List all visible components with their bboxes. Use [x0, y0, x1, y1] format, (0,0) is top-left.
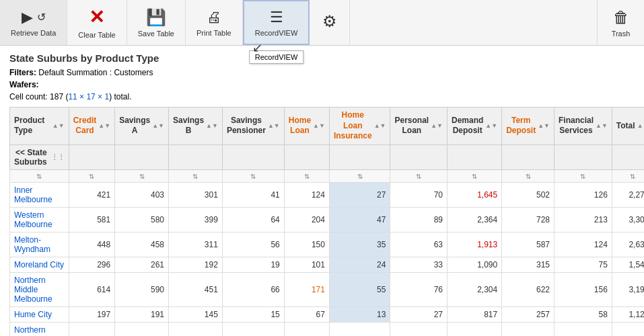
sort-arrow-4[interactable]: ⇅ [250, 173, 256, 180]
col-personal-loan[interactable]: Personal Loan ▲▼ [390, 108, 448, 145]
col-savings-b-label: Savings B [173, 116, 204, 136]
sort-personal-loan-icon[interactable]: ▲▼ [431, 122, 443, 130]
col-savings-pensioner-label: Savings Pensioner [227, 116, 266, 136]
filters-separator: : [110, 68, 112, 77]
data-cell: 70 [390, 182, 448, 207]
data-cell: 1,090 [447, 257, 501, 272]
row-name-link[interactable]: Western Melbourne [14, 210, 52, 229]
data-cell: 315 [502, 257, 554, 272]
sort-arrow-10[interactable]: ⇅ [580, 173, 585, 180]
data-cell: 451 [169, 272, 223, 306]
data-cell: 2,304 [447, 272, 501, 306]
col-savings-a[interactable]: Savings A ▲▼ [115, 108, 169, 145]
save-table-button[interactable]: 💾 Save Table [127, 0, 186, 45]
data-cell: 1,645 [447, 182, 501, 207]
clear-icon: ✕ [89, 6, 104, 28]
row-name-link[interactable]: Moreland City [14, 260, 64, 269]
sort-arrow-3[interactable]: ⇅ [192, 173, 198, 180]
filters-right: Customers [114, 68, 153, 77]
sort-arrow-8[interactable]: ⇅ [472, 173, 477, 180]
data-cell: 126 [554, 182, 612, 207]
data-cell: 47 [329, 207, 390, 232]
data-cell: 2,364 [447, 207, 501, 232]
gear-icon: ⚙ [322, 12, 337, 31]
col-term-deposit[interactable]: Term Deposit ▲▼ [502, 108, 554, 145]
sort-savings-b-icon[interactable]: ▲▼ [206, 122, 218, 130]
save-table-label: Save Table [138, 30, 174, 38]
data-cell: 1,913 [447, 232, 501, 257]
col-product-type[interactable]: Product Type ▲▼ [10, 108, 69, 145]
data-cell: 145 [169, 306, 223, 322]
col-demand-deposit-label: Demand Deposit [452, 116, 483, 136]
col-financial-services[interactable]: Financial Services ▲▼ [554, 108, 612, 145]
col-credit-card-label: Credit Card [73, 116, 97, 136]
refresh-icon: ↺ [37, 11, 46, 24]
data-cell: 301 [169, 182, 223, 207]
sort-demand-deposit-icon[interactable]: ▲▼ [485, 122, 497, 130]
trash-button[interactable]: 🗑 Trash [597, 0, 644, 45]
sort-home-loan-insurance-icon[interactable]: ▲▼ [374, 122, 386, 130]
table-row: Melton-Wyndham4484583115615035631,913587… [10, 232, 645, 257]
data-cell: 58 [554, 306, 612, 322]
col-demand-deposit[interactable]: Demand Deposit ▲▼ [447, 108, 501, 145]
sort-total-icon[interactable]: ▲▼ [637, 122, 644, 130]
settings-button[interactable]: ⚙ [310, 0, 350, 45]
data-cell: 1,546 [612, 257, 644, 272]
sort-savings-pensioner-icon[interactable]: ▲▼ [268, 122, 280, 130]
row-name-link[interactable]: Hume City [14, 310, 52, 319]
col-home-loan[interactable]: Home Loan ▲▼ [284, 108, 329, 145]
col-home-loan-insurance[interactable]: Home Loan Insurance ▲▼ [329, 108, 390, 145]
col-personal-loan-label: Personal Loan [394, 116, 429, 136]
sort-arrow-1[interactable]: ⇅ [89, 173, 94, 180]
sort-arrow-5[interactable]: ⇅ [304, 173, 310, 180]
data-cell: 603 [115, 322, 169, 336]
sort-arrow-2[interactable]: ⇅ [139, 173, 145, 180]
sort-term-deposit-icon[interactable]: ▲▼ [538, 122, 550, 130]
sort-financial-services-icon[interactable]: ▲▼ [596, 122, 608, 130]
data-cell: 624 [502, 322, 554, 336]
row-name-link[interactable]: Melton-Wyndham [14, 235, 50, 254]
clear-table-button[interactable]: ✕ Clear Table [67, 0, 127, 45]
subheader-label: << State Suburbs [14, 148, 47, 167]
subheader-row: << State Suburbs ⋮⋮ [10, 144, 645, 169]
row-name-link[interactable]: Northern Outer Melbourne [14, 325, 52, 336]
row-name-link[interactable]: Inner Melbourne [14, 185, 52, 204]
sort-arrow-0[interactable]: ⇅ [36, 173, 42, 180]
sort-credit-card-icon[interactable]: ▲▼ [98, 122, 110, 130]
trash-icon: 🗑 [613, 8, 629, 27]
sort-home-loan-icon[interactable]: ▲▼ [313, 122, 325, 130]
sort-arrow-9[interactable]: ⇅ [526, 173, 531, 180]
col-home-loan-label: Home Loan [289, 116, 311, 136]
print-icon: 🖨 [207, 9, 221, 26]
data-cell: 156 [554, 272, 612, 306]
data-cell: 15 [222, 306, 284, 322]
cell-count-link[interactable]: 11 × 17 × 1 [68, 92, 109, 101]
col-total[interactable]: Total ▲▼ [612, 108, 644, 145]
col-financial-services-label: Financial Services [559, 116, 594, 136]
col-savings-pensioner[interactable]: Savings Pensioner ▲▼ [222, 108, 284, 145]
col-savings-b[interactable]: Savings B ▲▼ [169, 108, 223, 145]
page-title: State Suburbs by Product Type [9, 52, 635, 64]
data-cell: 2,639 [612, 232, 644, 257]
print-table-button[interactable]: 🖨 Print Table [186, 0, 243, 45]
data-cell: 19 [222, 257, 284, 272]
row-name-cell: Hume City [10, 306, 69, 322]
sort-product-type-icon[interactable]: ▲▼ [52, 122, 65, 130]
sort-arrow-6[interactable]: ⇅ [357, 173, 363, 180]
subheader-sort-icon[interactable]: ⋮⋮ [51, 153, 65, 161]
record-view-button[interactable]: ☰ RecordVIEW RecordVIEW [243, 0, 310, 45]
col-product-type-label: Product Type [14, 116, 50, 136]
save-icon: 💾 [146, 8, 166, 27]
filters-label: Filters: [9, 68, 36, 77]
data-cell: 171 [284, 272, 329, 306]
col-credit-card[interactable]: Credit Card ▲▼ [69, 108, 115, 145]
data-cell: 70 [390, 322, 448, 336]
retrieve-data-button[interactable]: ▶ ↺ Retrieve Data [0, 0, 67, 45]
table-row: Western Melbourne5815803996420447892,364… [10, 207, 645, 232]
sort-savings-a-icon[interactable]: ▲▼ [152, 122, 164, 130]
row-name-link[interactable]: Northern Middle Melbourne [14, 276, 52, 304]
data-cell: 55 [329, 272, 390, 306]
sort-arrow-11[interactable]: ⇅ [630, 173, 635, 180]
data-cell: 63 [390, 232, 448, 257]
sort-arrow-7[interactable]: ⇅ [416, 173, 421, 180]
